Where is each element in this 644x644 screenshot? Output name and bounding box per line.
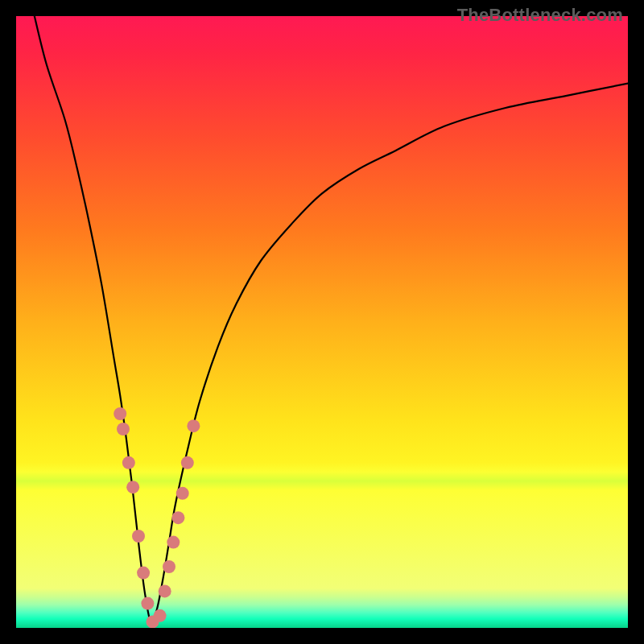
data-point xyxy=(114,407,126,420)
data-point xyxy=(159,584,171,597)
data-point xyxy=(167,536,180,549)
data-point xyxy=(141,597,154,610)
data-point xyxy=(181,456,194,469)
data-point xyxy=(176,487,189,500)
watermark-text: TheBottleneck.com xyxy=(457,5,623,26)
data-point xyxy=(122,456,135,469)
data-point xyxy=(117,423,130,436)
data-point xyxy=(171,511,184,524)
data-point xyxy=(132,530,145,543)
data-point xyxy=(154,609,167,622)
chart-svg xyxy=(16,16,628,628)
data-point xyxy=(187,419,200,432)
data-point xyxy=(126,481,139,493)
chart-plot-area xyxy=(16,16,628,628)
data-point xyxy=(163,560,175,573)
data-point xyxy=(137,567,150,580)
